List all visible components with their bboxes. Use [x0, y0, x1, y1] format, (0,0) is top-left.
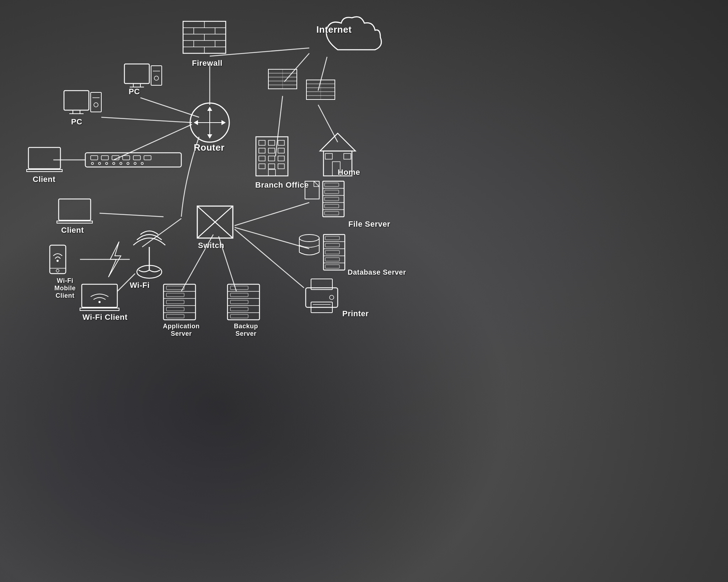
svg-rect-104 — [278, 148, 284, 153]
svg-rect-84 — [166, 293, 184, 297]
backup-server-label: Backup Server — [225, 323, 267, 338]
svg-point-48 — [113, 162, 115, 165]
svg-point-51 — [134, 162, 136, 165]
svg-rect-108 — [259, 164, 265, 169]
hub-icon — [85, 153, 181, 167]
svg-rect-127 — [325, 211, 339, 215]
svg-rect-93 — [230, 286, 248, 290]
svg-point-45 — [91, 162, 93, 165]
svg-marker-36 — [194, 120, 198, 125]
svg-rect-136 — [325, 236, 339, 240]
svg-rect-83 — [166, 286, 184, 290]
svg-point-46 — [98, 162, 101, 165]
branch-office-icon — [256, 137, 288, 176]
svg-marker-37 — [221, 120, 226, 125]
home-label: Home — [338, 168, 360, 177]
svg-rect-86 — [166, 307, 184, 311]
pc1-icon — [124, 64, 162, 87]
svg-rect-42 — [123, 156, 130, 160]
svg-rect-87 — [166, 314, 184, 318]
file-server-label: File Server — [348, 220, 390, 229]
svg-rect-97 — [230, 314, 248, 318]
pc1-label: PC — [129, 87, 140, 96]
svg-rect-109 — [268, 164, 275, 169]
svg-rect-100 — [268, 140, 275, 145]
svg-point-74 — [56, 269, 59, 272]
svg-point-50 — [127, 162, 129, 165]
internet-label: Internet — [316, 24, 352, 35]
backup-server-icon — [228, 284, 259, 320]
svg-rect-137 — [325, 243, 339, 247]
svg-rect-102 — [259, 148, 265, 153]
svg-rect-43 — [133, 156, 140, 160]
wifi-mobile-icon — [50, 245, 66, 274]
wifi-mobile-label: Wi-Fi Mobile Client — [46, 277, 85, 300]
pc2-label: PC — [71, 117, 82, 126]
network-diagram — [0, 0, 728, 582]
switch-label: Switch — [198, 241, 224, 250]
database-server-icon — [299, 235, 345, 270]
svg-rect-103 — [268, 148, 275, 153]
svg-rect-62 — [64, 91, 89, 110]
svg-rect-99 — [259, 140, 265, 145]
router-label: Router — [194, 142, 225, 153]
branch-office-label: Branch Office — [255, 180, 309, 190]
svg-marker-34 — [207, 107, 212, 111]
svg-rect-115 — [325, 153, 332, 159]
svg-rect-110 — [278, 164, 284, 169]
svg-rect-116 — [344, 153, 351, 159]
file-server-icon — [305, 181, 344, 217]
svg-rect-57 — [133, 83, 140, 87]
svg-rect-125 — [325, 197, 339, 201]
svg-rect-107 — [278, 156, 284, 161]
svg-rect-94 — [230, 293, 248, 297]
svg-marker-35 — [207, 134, 212, 139]
wifi-label: Wi-Fi — [130, 281, 150, 290]
router-icon — [190, 103, 229, 142]
svg-rect-140 — [325, 265, 339, 268]
svg-line-13 — [235, 227, 309, 249]
svg-rect-63 — [73, 110, 80, 114]
printer-icon — [306, 279, 338, 313]
app-server-icon — [164, 284, 196, 320]
pc2-icon — [64, 91, 101, 114]
svg-point-49 — [120, 162, 122, 165]
svg-rect-101 — [278, 140, 284, 145]
svg-line-2 — [318, 57, 327, 91]
wifi-client-laptop-icon — [80, 284, 119, 311]
svg-rect-98 — [256, 137, 288, 176]
svg-rect-123 — [325, 183, 339, 187]
svg-rect-40 — [101, 156, 108, 160]
svg-line-8 — [140, 98, 199, 117]
svg-rect-138 — [325, 250, 339, 254]
svg-rect-105 — [259, 156, 265, 161]
svg-rect-65 — [91, 92, 101, 112]
switch-icon — [197, 206, 233, 238]
svg-rect-126 — [325, 204, 339, 208]
svg-rect-56 — [124, 64, 149, 83]
svg-line-0 — [210, 48, 309, 56]
svg-rect-139 — [325, 258, 339, 261]
svg-line-3 — [275, 96, 283, 156]
svg-point-144 — [330, 295, 334, 300]
client2-label: Client — [61, 226, 84, 235]
svg-point-77 — [98, 301, 101, 303]
svg-line-14 — [235, 229, 304, 288]
svg-point-128 — [299, 235, 319, 242]
wifi-icon — [133, 231, 165, 278]
client1-label: Client — [33, 175, 55, 184]
lightning-icon — [108, 242, 121, 277]
svg-rect-111 — [268, 169, 275, 176]
svg-line-15 — [100, 213, 164, 217]
svg-rect-96 — [230, 307, 248, 311]
svg-rect-106 — [268, 156, 275, 161]
database-server-label: Database Server — [348, 268, 406, 276]
svg-rect-95 — [230, 300, 248, 304]
svg-point-67 — [94, 103, 98, 107]
svg-rect-124 — [325, 190, 339, 194]
svg-rect-68 — [28, 147, 60, 169]
svg-rect-76 — [82, 284, 117, 307]
svg-rect-69 — [59, 199, 91, 220]
printer-label: Printer — [342, 309, 369, 318]
svg-line-12 — [235, 203, 309, 226]
